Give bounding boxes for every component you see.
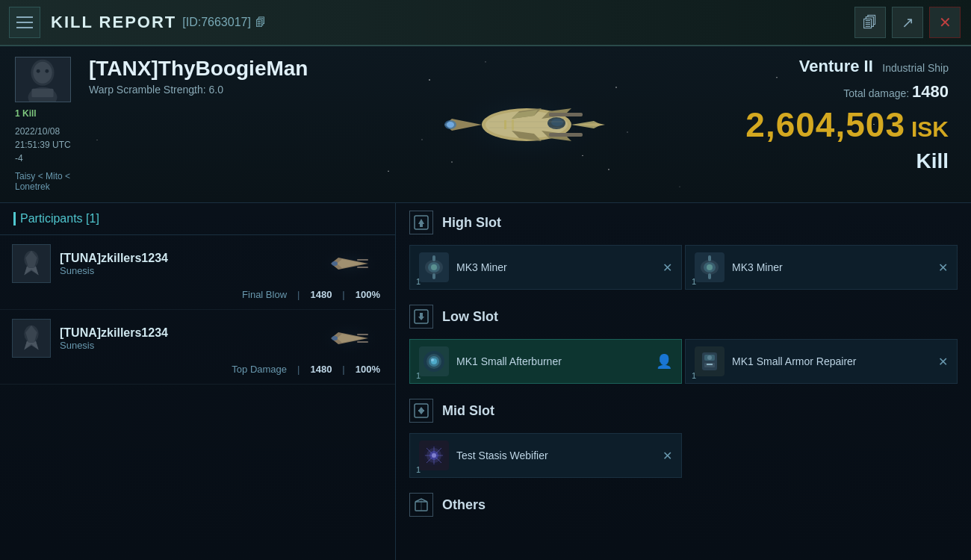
header-actions: 🗐 ↗ ✕ xyxy=(854,7,961,38)
mid-slot-item-1-close[interactable]: ✕ xyxy=(663,449,672,463)
svg-rect-18 xyxy=(549,113,583,116)
kill-id: [ID:7663017] xyxy=(182,16,251,29)
low-slot-item-2-icon xyxy=(695,346,725,376)
fitment-panel: High Slot 1 xyxy=(396,203,971,560)
svg-point-31 xyxy=(608,169,609,170)
participants-header: Participants [1] xyxy=(0,203,395,235)
ship-stats: Venture II Industrial Ship Total damage:… xyxy=(745,57,956,192)
copy-button[interactable]: 🗐 xyxy=(854,7,886,38)
svg-rect-19 xyxy=(549,133,583,137)
mid-slot-item-1[interactable]: 1 xyxy=(409,433,682,478)
participant-name-1: [TUNA]zkillers1234 xyxy=(60,252,168,265)
mid-slot-icon xyxy=(409,399,433,423)
low-slot-item-1-name: MK1 Small Afterburner xyxy=(456,355,648,368)
svg-rect-43 xyxy=(357,259,368,261)
result-label: Kill xyxy=(745,149,949,173)
svg-rect-6 xyxy=(31,89,53,98)
svg-marker-89 xyxy=(418,411,424,414)
svg-point-79 xyxy=(431,358,434,361)
low-slot-item-1[interactable]: 1 MK1 Small Afterburner 👤 xyxy=(409,339,682,384)
svg-rect-44 xyxy=(357,267,368,268)
high-slot-item-1[interactable]: 1 MK3 Miner ✕ xyxy=(409,245,682,290)
high-slot-item-1-qty: 1 xyxy=(416,277,421,286)
info-panel: 1 Kill 2022/10/08 21:51:39 UTC -4 Taisy … xyxy=(0,46,971,203)
svg-marker-57 xyxy=(418,219,424,224)
low-slot-items: 1 MK1 Small Afterburner 👤 xyxy=(396,336,971,391)
svg-rect-55 xyxy=(357,341,368,343)
high-slot-item-2-close[interactable]: ✕ xyxy=(938,261,948,275)
final-blow-label: Final Blow xyxy=(242,289,287,300)
svg-rect-54 xyxy=(357,334,368,335)
ship-svg xyxy=(415,65,639,184)
svg-point-42 xyxy=(332,261,338,266)
high-slot-title: High Slot xyxy=(442,215,501,231)
participant-stats-2: Top Damage | 1480 | 100% xyxy=(12,364,383,375)
damage-label: Total damage: 1480 xyxy=(745,82,949,102)
high-slot-item-2[interactable]: 1 MK3 Miner ✕ xyxy=(685,245,958,290)
kill-location: Taisy < Mito < Lonetrek xyxy=(15,171,78,192)
svg-rect-85 xyxy=(707,364,713,365)
participant-top-1: [TUNA]zkillers1234 Sunesis xyxy=(12,244,383,283)
top-damage-label: Top Damage xyxy=(232,364,287,375)
participant-name-2: [TUNA]zkillers1234 xyxy=(60,326,168,340)
mid-slot-item-1-qty: 1 xyxy=(416,465,421,474)
participant-top-2: [TUNA]zkillers1234 Sunesis xyxy=(12,319,383,358)
mid-slot-header: Mid Slot xyxy=(396,391,971,430)
participant-stats-1: Final Blow | 1480 | 100% xyxy=(12,289,383,300)
svg-point-23 xyxy=(551,119,563,126)
warp-scramble: Warp Scramble Strength: 6.0 xyxy=(89,84,308,96)
svg-rect-27 xyxy=(512,119,514,130)
mid-slot-item-1-icon xyxy=(419,441,449,470)
high-slot-item-2-icon xyxy=(695,252,725,282)
participants-title: Participants [1] xyxy=(20,212,99,225)
hamburger-line-2 xyxy=(16,22,33,23)
id-copy-icon[interactable]: 🗐 xyxy=(255,16,266,28)
pilot-info: [TANX]ThyBoogieMan Warp Scramble Strengt… xyxy=(89,57,308,192)
close-button[interactable]: ✕ xyxy=(929,7,961,38)
svg-marker-88 xyxy=(418,407,424,411)
participant-card: [TUNA]zkillers1234 Sunesis xyxy=(0,235,395,310)
svg-point-29 xyxy=(615,87,617,88)
svg-rect-63 xyxy=(432,255,435,261)
kill-date: 2022/10/08 21:51:39 UTC -4 xyxy=(15,125,78,165)
participant-avatar-1 xyxy=(12,244,51,283)
participant-info-1: [TUNA]zkillers1234 Sunesis xyxy=(60,252,168,276)
svg-point-21 xyxy=(447,122,454,128)
svg-point-84 xyxy=(707,355,712,360)
svg-point-30 xyxy=(451,161,453,163)
damage-value: 1480 xyxy=(912,82,949,101)
isk-value: 2,604,503 xyxy=(745,105,905,145)
high-slot-item-1-close[interactable]: ✕ xyxy=(663,261,672,275)
mid-slot-item-1-name: Test Stasis Webifier xyxy=(456,449,652,462)
main-content: 1 Kill 2022/10/08 21:51:39 UTC -4 Taisy … xyxy=(0,46,971,560)
svg-point-4 xyxy=(45,69,49,73)
low-slot-item-2-close[interactable]: ✕ xyxy=(938,355,948,369)
header: KILL REPORT [ID:7663017] 🗐 🗐 ↗ ✕ xyxy=(0,0,971,46)
avatar-section: 1 Kill 2022/10/08 21:51:39 UTC -4 Taisy … xyxy=(15,57,78,192)
participant-percent-1: 100% xyxy=(356,289,380,300)
svg-rect-69 xyxy=(708,255,711,261)
svg-marker-73 xyxy=(418,317,424,320)
high-slot-item-1-name: MK3 Miner xyxy=(456,261,652,274)
avatar xyxy=(15,57,71,102)
low-slot-item-2-name: MK1 Small Armor Repairer xyxy=(732,355,928,368)
low-slot-item-1-pilot-icon: 👤 xyxy=(656,353,672,370)
svg-point-28 xyxy=(429,79,430,81)
participant-info-2: [TUNA]zkillers1234 Sunesis xyxy=(60,326,168,351)
low-slot-item-2[interactable]: 1 MK1 Small Armor Repairer xyxy=(685,339,958,384)
participant-corp-1: Sunesis xyxy=(60,265,168,276)
menu-button[interactable] xyxy=(9,7,40,38)
export-button[interactable]: ↗ xyxy=(892,7,923,38)
high-slot-header: High Slot xyxy=(396,203,971,242)
participant-ship-icon-1 xyxy=(316,244,383,283)
high-slot-item-2-name: MK3 Miner xyxy=(732,261,928,274)
high-slot-items: 1 MK3 Miner ✕ xyxy=(396,242,971,297)
participants-divider xyxy=(13,212,16,225)
participant-damage-2: 1480 xyxy=(310,364,332,375)
isk-label: ISK xyxy=(911,116,949,142)
low-slot-item-1-qty: 1 xyxy=(416,371,421,380)
svg-point-3 xyxy=(37,69,40,73)
svg-point-2 xyxy=(33,62,52,84)
others-slot-title: Others xyxy=(442,497,486,513)
low-slot-header: Low Slot xyxy=(396,297,971,336)
